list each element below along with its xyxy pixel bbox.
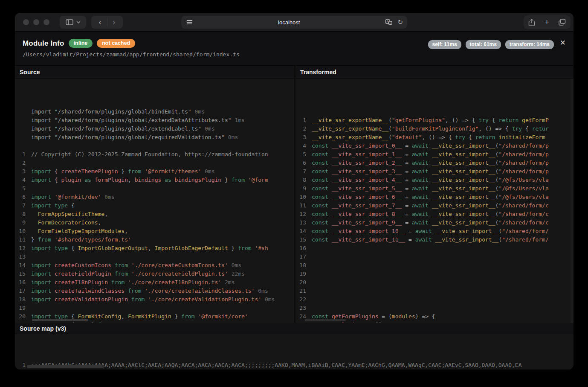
code-line: 13const __vite_ssr_import_9__ = await __… xyxy=(295,218,574,227)
line-number: 23 xyxy=(295,304,312,312)
source-code-area[interactable]: import "/shared/form/plugins/global/bind… xyxy=(15,79,294,323)
line-number: 9 xyxy=(15,218,31,227)
line-number: 4 xyxy=(295,142,312,150)
line-number: 18 xyxy=(295,261,312,270)
reader-icon[interactable] xyxy=(186,20,193,25)
code-line: 16import createI18nPlugin from './core/c… xyxy=(15,278,294,287)
code-line: 22 xyxy=(295,295,574,304)
line-number: 2 xyxy=(295,125,312,133)
code-line: 12import type { ImportGlobEagerOutput, I… xyxy=(15,244,294,253)
toolbar-right-buttons: + xyxy=(524,15,571,29)
source-horizontal-scrollbar[interactable] xyxy=(32,319,88,321)
line-number: 3 xyxy=(295,133,312,142)
close-icon[interactable]: ✕ xyxy=(558,37,568,49)
code-line: 7import type { xyxy=(15,201,294,210)
sourcemap-horizontal-scrollbar[interactable] xyxy=(27,365,104,368)
address-bar[interactable]: localhost A x ↻ xyxy=(181,16,407,29)
line-number: 18 xyxy=(15,295,31,304)
code-line: 17 xyxy=(295,253,574,261)
line-number: 21 xyxy=(295,287,312,295)
line-number: 12 xyxy=(295,210,312,218)
source-panel: Source import "/shared/form/plugins/glob… xyxy=(15,66,294,323)
translate-icon[interactable]: A x xyxy=(385,19,392,25)
page-title: Module Info xyxy=(23,39,64,48)
sourcemap-code-area[interactable]: 1;;;AAEA;AAAkC;AAAA;AAAA;AAAA;AAClC;AAEA… xyxy=(15,334,574,370)
code-line: 21 xyxy=(295,287,574,295)
module-path: /Users/vladimir/Projects/zammad/app/fron… xyxy=(15,48,574,58)
code-line: 4import { plugin as formPlugin, bindings… xyxy=(15,176,294,184)
traffic-lights[interactable] xyxy=(23,19,49,25)
code-panels: Source import "/shared/form/plugins/glob… xyxy=(15,66,574,323)
browser-toolbar: ‹ › localhost A x ↻ xyxy=(15,13,574,32)
minimize-window-button[interactable] xyxy=(33,19,39,25)
nav-divider xyxy=(107,19,107,26)
url-text: localhost xyxy=(193,19,385,26)
line-number: 4 xyxy=(15,176,31,184)
code-line: 8const __vite_ssr_import_4__ = await __v… xyxy=(295,176,574,184)
line-number: 19 xyxy=(15,304,31,312)
sidebar-toggle-button[interactable] xyxy=(60,16,86,29)
code-line: import "/shared/form/plugins/global/exte… xyxy=(15,116,294,125)
line-number xyxy=(15,133,31,142)
reload-icon[interactable]: ↻ xyxy=(397,18,403,26)
code-line: 17import createTailwindClasses from './c… xyxy=(15,287,294,295)
zoom-window-button[interactable] xyxy=(43,19,49,25)
transformed-panel-title: Transformed xyxy=(295,66,574,79)
line-number: 8 xyxy=(295,176,312,184)
line-number xyxy=(15,108,31,116)
sidebar-icon xyxy=(66,19,73,25)
transformed-vertical-scrollbar[interactable] xyxy=(571,79,574,323)
line-number: 1 xyxy=(295,116,312,125)
close-window-button[interactable] xyxy=(23,19,29,25)
nav-buttons: ‹ › xyxy=(91,16,123,29)
code-line: 12const __vite_ssr_import_8__ = await __… xyxy=(295,210,574,218)
code-line: 7const __vite_ssr_import_3__ = await __v… xyxy=(295,167,574,176)
transformed-code-area[interactable]: 1__vite_ssr_exportName__("getFormPlugins… xyxy=(295,79,574,323)
line-number: 15 xyxy=(295,236,312,244)
code-line: import "/shared/form/plugins/global/bind… xyxy=(15,108,294,116)
code-line: 11} from '#shared/types/form.ts' xyxy=(15,236,294,244)
forward-button[interactable]: › xyxy=(113,17,116,27)
code-line: 14const __vite_ssr_import_10__ = await _… xyxy=(295,227,574,236)
code-line: 23 xyxy=(295,304,574,312)
back-button[interactable]: ‹ xyxy=(98,17,101,27)
transformed-horizontal-scrollbar[interactable] xyxy=(305,319,346,321)
code-line: 16 xyxy=(295,244,574,253)
tab-overview-icon[interactable] xyxy=(559,19,566,26)
share-icon[interactable] xyxy=(528,19,535,26)
line-number: 19 xyxy=(295,270,312,278)
total-time-badge: total: 61ms xyxy=(466,40,501,49)
code-line: 15const __vite_ssr_import_11__ = await _… xyxy=(295,236,574,244)
line-number: 11 xyxy=(295,201,312,210)
source-panel-title: Source xyxy=(15,66,294,79)
sourcemap-panel: Source map (v3) 1;;;AAEA;AAAkC;AAAA;AAAA… xyxy=(15,323,574,370)
line-number: 2 xyxy=(15,159,31,167)
code-line: 5 xyxy=(15,184,294,193)
new-tab-button[interactable]: + xyxy=(545,17,549,27)
self-time-badge: self: 11ms xyxy=(428,40,461,49)
code-line: 18 xyxy=(295,261,574,270)
line-number xyxy=(15,116,31,125)
line-number: 21 xyxy=(15,321,31,323)
code-line: 2 xyxy=(15,159,294,167)
code-line: 15import createFieldPlugin from './core/… xyxy=(15,270,294,278)
transform-time-badge: transform: 14ms xyxy=(505,40,554,49)
line-number: 14 xyxy=(295,227,312,236)
code-line: 19 xyxy=(295,270,574,278)
code-line: 10const __vite_ssr_import_6__ = await __… xyxy=(295,193,574,201)
line-number: 7 xyxy=(295,167,312,176)
code-line: 1__vite_ssr_exportName__("getFormPlugins… xyxy=(295,116,574,125)
line-number: 17 xyxy=(295,253,312,261)
browser-window: ‹ › localhost A x ↻ xyxy=(15,13,574,370)
code-line: 3import { createThemePlugin } from '@for… xyxy=(15,167,294,176)
line-number: 14 xyxy=(15,261,31,270)
code-line: 8 FormAppSpecificTheme, xyxy=(15,210,294,218)
code-line: 10 FormFieldTypeImportModules, xyxy=(15,227,294,236)
code-line: 6import '@formkit/dev' 0ms xyxy=(15,193,294,201)
line-number: 20 xyxy=(295,278,312,287)
inline-badge: inline xyxy=(69,39,93,48)
line-number: 3 xyxy=(15,167,31,176)
line-number: 16 xyxy=(295,244,312,253)
code-line: 4const __vite_ssr_import_0__ = await __v… xyxy=(295,142,574,150)
line-number xyxy=(15,142,31,150)
